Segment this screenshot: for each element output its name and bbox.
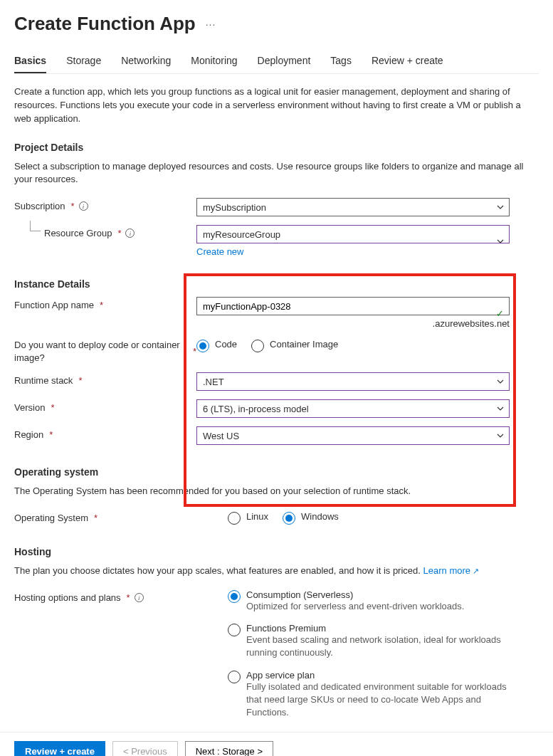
subscription-select[interactable]: mySubscription	[196, 198, 510, 216]
radio-icon	[228, 512, 241, 525]
deploy-type-label: Do you want to deploy code or container …	[14, 339, 187, 364]
tab-basics[interactable]: Basics	[14, 55, 46, 73]
info-icon[interactable]: i	[79, 201, 88, 211]
hosting-premium-radio[interactable]: Functions Premium Event based scaling an…	[228, 623, 539, 659]
required-marker: *	[117, 228, 121, 238]
hosting-heading: Hosting	[14, 546, 539, 557]
required-marker: *	[71, 201, 75, 211]
hosting-desc: The plan you choose dictates how your ap…	[14, 565, 527, 578]
instance-details-heading: Instance Details	[14, 278, 539, 290]
tab-storage[interactable]: Storage	[66, 55, 101, 73]
required-marker: *	[94, 513, 98, 523]
tab-bar: Basics Storage Networking Monitoring Dep…	[14, 55, 539, 74]
version-label: Version	[14, 402, 45, 413]
tab-networking[interactable]: Networking	[121, 55, 171, 73]
resource-group-select[interactable]: myResourceGroup	[196, 225, 510, 243]
radio-icon	[228, 671, 241, 683]
runtime-stack-label: Runtime stack	[14, 375, 73, 386]
radio-icon	[283, 512, 295, 525]
intro-text: Create a function app, which lets you gr…	[14, 85, 527, 126]
radio-icon	[251, 340, 264, 352]
hosting-consumption-radio[interactable]: Consumption (Serverless) Optimized for s…	[228, 589, 539, 613]
function-app-name-input[interactable]	[196, 297, 510, 315]
deploy-code-radio[interactable]: Code	[196, 339, 237, 352]
create-new-link[interactable]: Create new	[196, 246, 243, 257]
function-app-name-label: Function App name	[14, 300, 94, 310]
region-select[interactable]: West US	[196, 426, 510, 445]
os-desc: The Operating System has been recommende…	[14, 485, 527, 498]
required-marker: *	[51, 402, 54, 413]
tab-tags[interactable]: Tags	[330, 55, 352, 73]
os-label: Operating System	[14, 513, 88, 523]
domain-suffix: .azurewebsites.net	[196, 318, 510, 329]
runtime-stack-select[interactable]: .NET	[196, 372, 510, 391]
hosting-label: Hosting options and plans	[14, 592, 121, 603]
info-icon[interactable]: i	[125, 229, 135, 238]
tab-monitoring[interactable]: Monitoring	[191, 55, 237, 73]
version-select[interactable]: 6 (LTS), in-process model	[196, 399, 510, 418]
hosting-app-service-radio[interactable]: App service plan Fully isolated and dedi…	[228, 670, 539, 720]
wizard-footer: Review + create < Previous Next : Storag…	[0, 732, 553, 756]
resource-group-label: Resource Group	[44, 228, 112, 238]
next-button[interactable]: Next : Storage >	[185, 741, 273, 756]
project-details-desc: Select a subscription to manage deployed…	[14, 160, 527, 187]
radio-icon	[196, 340, 209, 352]
project-details-heading: Project Details	[14, 142, 539, 153]
learn-more-link[interactable]: Learn more	[423, 565, 480, 576]
radio-icon	[228, 590, 241, 603]
info-icon[interactable]: i	[135, 593, 144, 602]
required-marker: *	[49, 429, 53, 440]
check-icon: ✓	[496, 308, 504, 318]
os-windows-radio[interactable]: Windows	[283, 511, 339, 525]
os-linux-radio[interactable]: Linux	[228, 511, 268, 525]
review-create-button[interactable]: Review + create	[14, 741, 105, 756]
more-actions-icon[interactable]: ···	[206, 19, 216, 30]
required-marker: *	[127, 592, 130, 603]
tab-review-create[interactable]: Review + create	[372, 55, 443, 73]
deploy-container-radio[interactable]: Container Image	[251, 339, 338, 352]
tab-deployment[interactable]: Deployment	[258, 55, 311, 73]
radio-icon	[228, 624, 241, 636]
region-label: Region	[14, 429, 43, 440]
required-marker: *	[78, 375, 82, 386]
os-heading: Operating system	[14, 466, 539, 478]
previous-button: < Previous	[112, 741, 178, 756]
page-title: Create Function App	[14, 13, 196, 35]
required-marker: *	[100, 300, 103, 310]
subscription-label: Subscription	[14, 201, 65, 211]
